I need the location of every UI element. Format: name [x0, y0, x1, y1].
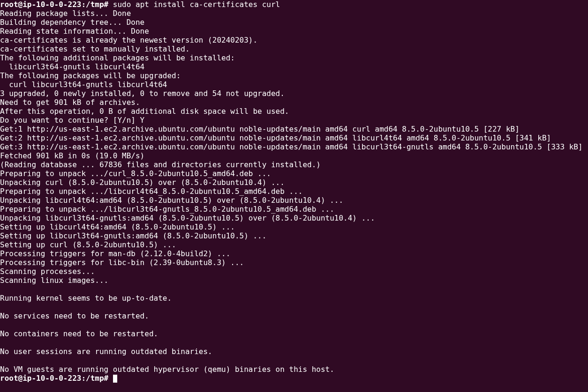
- cursor-block: [113, 375, 117, 383]
- shell-prompt: root@ip-10-0-0-223:/tmp#: [0, 374, 113, 383]
- terminal-output: Reading package lists... Done Building d…: [0, 9, 588, 374]
- terminal-window[interactable]: root@ip-10-0-0-223:/tmp# sudo apt instal…: [0, 0, 588, 383]
- terminal-line-prompt: root@ip-10-0-0-223:/tmp#: [0, 374, 117, 383]
- typed-command: sudo apt install ca-certificates curl: [113, 0, 280, 9]
- terminal-line-command: root@ip-10-0-0-223:/tmp# sudo apt instal…: [0, 0, 280, 9]
- shell-prompt: root@ip-10-0-0-223:/tmp#: [0, 0, 113, 9]
